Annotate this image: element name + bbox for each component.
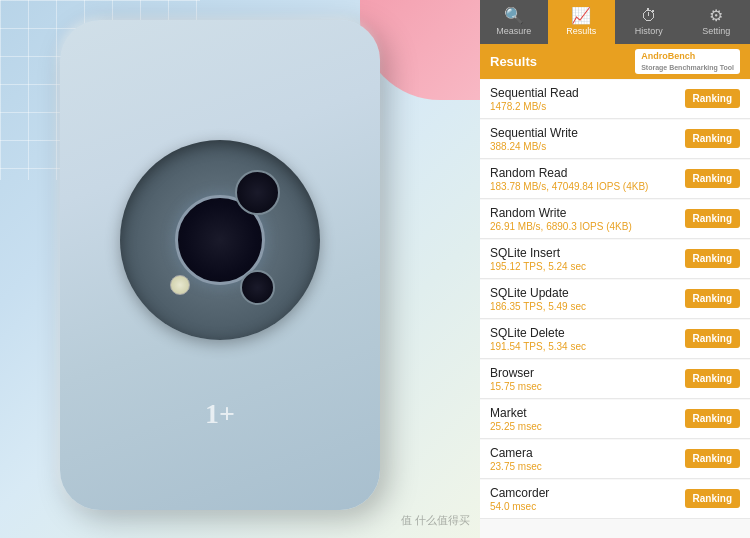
result-name: Camcorder xyxy=(490,486,685,500)
result-name: SQLite Delete xyxy=(490,326,685,340)
result-value: 25.25 msec xyxy=(490,421,685,432)
camera-module xyxy=(120,140,320,340)
nav-bar: 🔍 Measure 📈 Results ⏱ History ⚙ Setting xyxy=(480,0,750,44)
nav-results-label: Results xyxy=(566,26,596,36)
result-value: 26.91 MB/s, 6890.3 IOPS (4KB) xyxy=(490,221,685,232)
result-name: Random Write xyxy=(490,206,685,220)
result-info: Camcorder 54.0 msec xyxy=(490,486,685,512)
results-title: Results xyxy=(490,54,537,69)
result-value: 388.24 MB/s xyxy=(490,141,685,152)
ranking-button[interactable]: Ranking xyxy=(685,169,740,188)
result-info: Sequential Write 388.24 MB/s xyxy=(490,126,685,152)
result-name: SQLite Insert xyxy=(490,246,685,260)
result-info: SQLite Insert 195.12 TPS, 5.24 sec xyxy=(490,246,685,272)
result-row: SQLite Delete 191.54 TPS, 5.34 sec Ranki… xyxy=(480,320,750,359)
result-info: SQLite Delete 191.54 TPS, 5.34 sec xyxy=(490,326,685,352)
result-value: 191.54 TPS, 5.34 sec xyxy=(490,341,685,352)
result-info: SQLite Update 186.35 TPS, 5.49 sec xyxy=(490,286,685,312)
photo-panel: 1+ 值 什么值得买 xyxy=(0,0,480,538)
ranking-button[interactable]: Ranking xyxy=(685,369,740,388)
ranking-button[interactable]: Ranking xyxy=(685,489,740,508)
result-info: Market 25.25 msec xyxy=(490,406,685,432)
nav-results[interactable]: 📈 Results xyxy=(548,0,616,44)
result-name: Sequential Write xyxy=(490,126,685,140)
result-name: Browser xyxy=(490,366,685,380)
result-row: Camcorder 54.0 msec Ranking xyxy=(480,480,750,519)
watermark: 值 什么值得买 xyxy=(401,513,470,528)
ranking-button[interactable]: Ranking xyxy=(685,209,740,228)
nav-measure-label: Measure xyxy=(496,26,531,36)
result-value: 183.78 MB/s, 47049.84 IOPS (4KB) xyxy=(490,181,685,192)
brand-name: AndroBench xyxy=(641,51,695,61)
result-value: 54.0 msec xyxy=(490,501,685,512)
nav-history-label: History xyxy=(635,26,663,36)
results-icon: 📈 xyxy=(571,8,591,24)
result-name: Random Read xyxy=(490,166,685,180)
result-row: Random Write 26.91 MB/s, 6890.3 IOPS (4K… xyxy=(480,200,750,239)
camera-flash xyxy=(170,275,190,295)
result-row: Random Read 183.78 MB/s, 47049.84 IOPS (… xyxy=(480,160,750,199)
ranking-button[interactable]: Ranking xyxy=(685,329,740,348)
results-list: Sequential Read 1478.2 MB/s Ranking Sequ… xyxy=(480,79,750,538)
measure-icon: 🔍 xyxy=(504,8,524,24)
result-value: 186.35 TPS, 5.49 sec xyxy=(490,301,685,312)
ranking-button[interactable]: Ranking xyxy=(685,449,740,468)
result-row: Browser 15.75 msec Ranking xyxy=(480,360,750,399)
camera-lens-small2 xyxy=(240,270,275,305)
result-name: SQLite Update xyxy=(490,286,685,300)
history-icon: ⏱ xyxy=(641,8,657,24)
result-row: Sequential Write 388.24 MB/s Ranking xyxy=(480,120,750,159)
ranking-button[interactable]: Ranking xyxy=(685,289,740,308)
result-row: Sequential Read 1478.2 MB/s Ranking xyxy=(480,80,750,119)
phone-body: 1+ xyxy=(60,20,380,510)
oneplus-logo: 1+ xyxy=(205,398,235,430)
result-value: 195.12 TPS, 5.24 sec xyxy=(490,261,685,272)
ranking-button[interactable]: Ranking xyxy=(685,409,740,428)
camera-lens-small1 xyxy=(235,170,280,215)
nav-history[interactable]: ⏱ History xyxy=(615,0,683,44)
result-name: Market xyxy=(490,406,685,420)
nav-setting-label: Setting xyxy=(702,26,730,36)
brand-sub: Storage Benchmarking Tool xyxy=(641,63,734,72)
result-row: Market 25.25 msec Ranking xyxy=(480,400,750,439)
result-row: SQLite Insert 195.12 TPS, 5.24 sec Ranki… xyxy=(480,240,750,279)
result-info: Random Write 26.91 MB/s, 6890.3 IOPS (4K… xyxy=(490,206,685,232)
ranking-button[interactable]: Ranking xyxy=(685,129,740,148)
setting-icon: ⚙ xyxy=(709,8,723,24)
result-value: 15.75 msec xyxy=(490,381,685,392)
result-row: Camera 23.75 msec Ranking xyxy=(480,440,750,479)
result-name: Sequential Read xyxy=(490,86,685,100)
ranking-button[interactable]: Ranking xyxy=(685,249,740,268)
nav-setting[interactable]: ⚙ Setting xyxy=(683,0,751,44)
result-value: 23.75 msec xyxy=(490,461,685,472)
bench-panel: 🔍 Measure 📈 Results ⏱ History ⚙ Setting … xyxy=(480,0,750,538)
result-info: Browser 15.75 msec xyxy=(490,366,685,392)
ranking-button[interactable]: Ranking xyxy=(685,89,740,108)
androbench-logo: AndroBench Storage Benchmarking Tool xyxy=(635,49,740,74)
result-info: Camera 23.75 msec xyxy=(490,446,685,472)
nav-measure[interactable]: 🔍 Measure xyxy=(480,0,548,44)
result-info: Random Read 183.78 MB/s, 47049.84 IOPS (… xyxy=(490,166,685,192)
results-header: Results AndroBench Storage Benchmarking … xyxy=(480,44,750,79)
result-info: Sequential Read 1478.2 MB/s xyxy=(490,86,685,112)
result-value: 1478.2 MB/s xyxy=(490,101,685,112)
result-row: SQLite Update 186.35 TPS, 5.49 sec Ranki… xyxy=(480,280,750,319)
result-name: Camera xyxy=(490,446,685,460)
